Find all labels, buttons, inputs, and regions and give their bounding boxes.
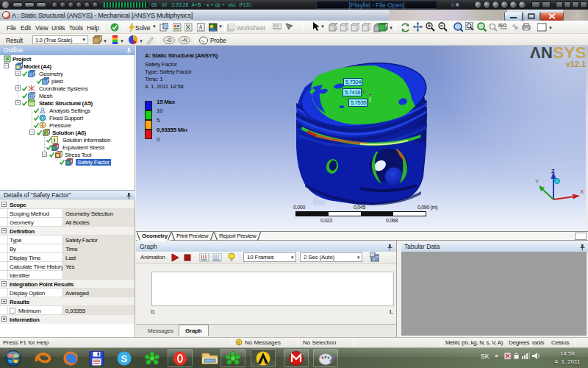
svg-text:i: i xyxy=(54,137,55,144)
svg-text:ISO: ISO xyxy=(498,23,506,28)
svg-text:▼: ▼ xyxy=(139,39,143,43)
svg-text:▼: ▼ xyxy=(103,39,107,43)
svg-text:▼: ▼ xyxy=(389,26,393,30)
svg-text:A: A xyxy=(198,24,203,31)
svg-text:Z: Z xyxy=(551,168,555,174)
svg-text:∿: ∿ xyxy=(201,39,205,43)
svg-text:Y: Y xyxy=(535,178,539,185)
svg-text:▼: ▼ xyxy=(120,39,124,43)
svg-text:S: S xyxy=(121,353,128,364)
svg-text:▼: ▼ xyxy=(548,26,553,30)
svg-text:≈D: ≈D xyxy=(166,38,173,43)
svg-text:0: 0 xyxy=(237,340,240,345)
svg-text:X: X xyxy=(580,188,584,195)
svg-text:≈N: ≈N xyxy=(182,38,188,43)
